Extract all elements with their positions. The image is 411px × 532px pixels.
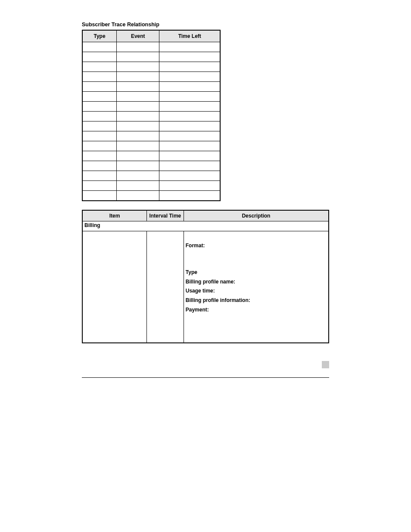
table-row [82, 161, 220, 171]
table-row [82, 151, 220, 161]
cell [82, 171, 117, 181]
cell [82, 121, 117, 131]
cell [117, 112, 159, 121]
cell [82, 42, 117, 52]
cell [159, 62, 220, 72]
cell [82, 52, 117, 62]
table-row [82, 42, 220, 52]
cell [82, 181, 117, 191]
cell [159, 191, 220, 201]
cell [159, 131, 220, 141]
page-corner-marker-icon [322, 361, 329, 368]
usage-time-label: Usage time: [186, 288, 215, 294]
table-row [82, 92, 220, 102]
table2-section-billing: Billing [82, 221, 329, 231]
table-row [82, 131, 220, 141]
cell [117, 151, 159, 161]
table1-caption: Subscriber Trace Relationship [82, 22, 329, 28]
table-row [82, 191, 220, 201]
table-row [82, 102, 220, 112]
cell [117, 72, 159, 82]
cell [159, 151, 220, 161]
table-row [82, 82, 220, 92]
spacer [82, 201, 329, 210]
table-row [82, 112, 220, 121]
cell [82, 62, 117, 72]
table2-description-cell: Format: Type Billing profile name: Usage… [184, 231, 329, 343]
table-row [82, 62, 220, 72]
table2-header-row: Item Interval Time Description [82, 210, 329, 221]
cell [159, 102, 220, 112]
cell [159, 161, 220, 171]
cell [117, 62, 159, 72]
cell [82, 112, 117, 121]
cell [159, 52, 220, 62]
description-content: Format: Type Billing profile name: Usage… [184, 231, 328, 342]
cell [159, 171, 220, 181]
cell [159, 141, 220, 151]
table-row [82, 171, 220, 181]
cell [159, 181, 220, 191]
cell [159, 112, 220, 121]
cell [117, 92, 159, 102]
table-row [82, 72, 220, 82]
cell [117, 52, 159, 62]
cell [117, 82, 159, 92]
table2-header-description: Description [184, 210, 329, 221]
cell [117, 161, 159, 171]
billing-profile-name-label: Billing profile name: [186, 279, 235, 285]
type-label: Type [186, 269, 197, 275]
cell [82, 131, 117, 141]
format-label: Format: [186, 243, 205, 249]
cell [82, 141, 117, 151]
cell [82, 191, 117, 201]
cell [82, 102, 117, 112]
cell [82, 82, 117, 92]
cell [117, 191, 159, 201]
cell [117, 171, 159, 181]
table-row [82, 121, 220, 131]
table-row [82, 181, 220, 191]
cell [117, 181, 159, 191]
table-row [82, 52, 220, 62]
billing-table: Item Interval Time Description Billing F… [82, 210, 329, 343]
table1-header-row: Type Event Time Left [82, 30, 220, 42]
cell [159, 42, 220, 52]
subscriber-trace-table: Type Event Time Left [82, 30, 221, 201]
billing-profile-info-label: Billing profile information: [186, 297, 250, 303]
cell [159, 72, 220, 82]
document-page: Subscriber Trace Relationship Type Event… [0, 0, 411, 532]
table2-section-row: Billing [82, 221, 329, 231]
cell [82, 92, 117, 102]
table1-header-type: Type [82, 30, 117, 42]
table-row [82, 141, 220, 151]
cell [117, 141, 159, 151]
cell [117, 121, 159, 131]
cell [159, 121, 220, 131]
cell [82, 161, 117, 171]
table2-data-row: Format: Type Billing profile name: Usage… [82, 231, 329, 343]
table2-header-interval: Interval Time [146, 210, 184, 221]
payment-label: Payment: [186, 307, 209, 313]
table1-body [82, 42, 220, 201]
cell [82, 151, 117, 161]
cell [159, 92, 220, 102]
footer-rule [82, 377, 329, 378]
cell [159, 82, 220, 92]
cell [117, 102, 159, 112]
table1-header-timeleft: Time Left [159, 30, 220, 42]
cell [117, 42, 159, 52]
table2-interval-cell [146, 231, 184, 343]
table2-header-item: Item [82, 210, 146, 221]
cell [82, 72, 117, 82]
table2-item-cell [82, 231, 146, 343]
cell [117, 131, 159, 141]
table1-header-event: Event [117, 30, 159, 42]
